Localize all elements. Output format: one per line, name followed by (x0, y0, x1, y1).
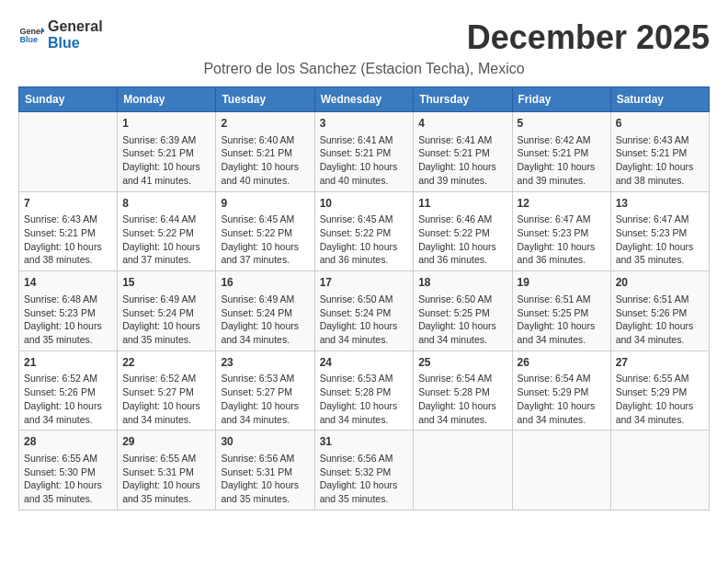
calendar-week-row: 28Sunrise: 6:55 AMSunset: 5:30 PMDayligh… (19, 431, 710, 511)
calendar-empty-cell (512, 431, 610, 511)
day-info: Sunset: 5:30 PM (24, 465, 112, 479)
weekday-header-tuesday: Tuesday (216, 87, 314, 112)
weekday-header-friday: Friday (512, 87, 610, 112)
day-info: Sunset: 5:27 PM (122, 385, 210, 399)
day-number: 24 (320, 355, 409, 371)
day-info: Sunrise: 6:46 AM (418, 213, 506, 226)
day-info: Sunset: 5:21 PM (24, 226, 112, 240)
calendar-day-22: 22Sunrise: 6:52 AMSunset: 5:27 PMDayligh… (118, 350, 216, 431)
day-info: Daylight: 10 hours and 35 minutes. (320, 478, 409, 505)
day-info: Sunset: 5:28 PM (320, 385, 409, 399)
day-number: 28 (24, 434, 112, 450)
day-info: Sunrise: 6:52 AM (122, 372, 210, 385)
weekday-header-row: SundayMondayTuesdayWednesdayThursdayFrid… (19, 87, 710, 112)
day-info: Daylight: 10 hours and 35 minutes. (122, 319, 210, 346)
day-number: 22 (122, 355, 210, 371)
day-number: 3 (320, 116, 409, 132)
calendar-day-21: 21Sunrise: 6:52 AMSunset: 5:26 PMDayligh… (19, 350, 118, 431)
calendar-day-18: 18Sunrise: 6:50 AMSunset: 5:25 PMDayligh… (414, 271, 512, 351)
calendar-week-row: 14Sunrise: 6:48 AMSunset: 5:23 PMDayligh… (19, 271, 710, 351)
day-info: Daylight: 10 hours and 34 minutes. (418, 399, 506, 426)
day-info: Sunset: 5:23 PM (24, 306, 112, 320)
calendar-week-row: 1Sunrise: 6:39 AMSunset: 5:21 PMDaylight… (19, 112, 710, 192)
day-info: Sunrise: 6:49 AM (122, 293, 210, 306)
day-info: Sunrise: 6:45 AM (320, 213, 409, 226)
day-info: Daylight: 10 hours and 35 minutes. (221, 478, 309, 505)
day-number: 6 (616, 116, 704, 132)
day-info: Sunset: 5:27 PM (221, 385, 309, 399)
day-number: 25 (418, 355, 506, 371)
day-info: Daylight: 10 hours and 34 minutes. (616, 399, 704, 426)
calendar-week-row: 7Sunrise: 6:43 AMSunset: 5:21 PMDaylight… (19, 191, 710, 271)
weekday-header-thursday: Thursday (414, 87, 512, 112)
day-info: Sunrise: 6:55 AM (122, 452, 210, 465)
calendar-day-29: 29Sunrise: 6:55 AMSunset: 5:31 PMDayligh… (118, 431, 216, 511)
day-info: Daylight: 10 hours and 34 minutes. (221, 399, 309, 426)
calendar-day-1: 1Sunrise: 6:39 AMSunset: 5:21 PMDaylight… (118, 112, 216, 192)
day-info: Daylight: 10 hours and 37 minutes. (221, 240, 309, 267)
calendar-day-9: 9Sunrise: 6:45 AMSunset: 5:22 PMDaylight… (216, 191, 314, 271)
calendar-day-23: 23Sunrise: 6:53 AMSunset: 5:27 PMDayligh… (216, 350, 314, 431)
day-info: Sunset: 5:28 PM (418, 385, 506, 399)
day-info: Daylight: 10 hours and 41 minutes. (122, 160, 210, 187)
day-info: Sunset: 5:23 PM (518, 226, 606, 240)
day-number: 15 (122, 275, 210, 291)
day-info: Sunrise: 6:55 AM (24, 452, 112, 465)
day-info: Sunrise: 6:51 AM (616, 293, 704, 306)
day-info: Sunrise: 6:50 AM (320, 293, 409, 306)
day-number: 1 (122, 116, 210, 132)
subtitle: Potrero de los Sanchez (Estacion Techa),… (18, 61, 710, 77)
day-info: Sunset: 5:21 PM (221, 146, 309, 160)
day-info: Daylight: 10 hours and 36 minutes. (320, 240, 409, 267)
day-info: Daylight: 10 hours and 37 minutes. (122, 240, 210, 267)
day-number: 2 (221, 116, 309, 132)
day-info: Daylight: 10 hours and 36 minutes. (518, 240, 606, 267)
day-info: Daylight: 10 hours and 38 minutes. (24, 240, 112, 267)
day-info: Sunrise: 6:48 AM (24, 293, 112, 306)
day-info: Sunrise: 6:53 AM (221, 372, 309, 385)
day-info: Daylight: 10 hours and 34 minutes. (221, 319, 309, 346)
day-info: Daylight: 10 hours and 35 minutes. (616, 240, 704, 267)
day-info: Sunset: 5:21 PM (616, 146, 704, 160)
day-info: Sunset: 5:23 PM (616, 226, 704, 240)
day-info: Sunset: 5:22 PM (418, 226, 506, 240)
day-info: Sunrise: 6:54 AM (518, 372, 606, 385)
calendar-day-2: 2Sunrise: 6:40 AMSunset: 5:21 PMDaylight… (216, 112, 314, 192)
day-info: Sunrise: 6:43 AM (24, 213, 112, 226)
day-info: Sunset: 5:24 PM (320, 306, 409, 320)
day-info: Sunrise: 6:52 AM (24, 372, 112, 385)
day-info: Sunrise: 6:40 AM (221, 133, 309, 147)
calendar-day-6: 6Sunrise: 6:43 AMSunset: 5:21 PMDaylight… (610, 112, 709, 192)
calendar-day-5: 5Sunrise: 6:42 AMSunset: 5:21 PMDaylight… (512, 112, 610, 192)
calendar-day-4: 4Sunrise: 6:41 AMSunset: 5:21 PMDaylight… (414, 112, 512, 192)
svg-text:General: General (19, 26, 44, 35)
day-info: Sunset: 5:32 PM (320, 465, 409, 479)
calendar-day-30: 30Sunrise: 6:56 AMSunset: 5:31 PMDayligh… (216, 431, 314, 511)
day-info: Sunrise: 6:49 AM (221, 293, 309, 306)
day-number: 11 (418, 196, 506, 212)
day-info: Sunset: 5:26 PM (616, 306, 704, 320)
day-info: Daylight: 10 hours and 34 minutes. (24, 399, 112, 426)
svg-text:Blue: Blue (19, 35, 38, 44)
day-info: Sunset: 5:22 PM (122, 226, 210, 240)
day-info: Sunrise: 6:55 AM (616, 372, 704, 385)
day-info: Sunrise: 6:39 AM (122, 133, 210, 147)
calendar-empty-cell (610, 431, 709, 511)
day-info: Daylight: 10 hours and 34 minutes. (518, 319, 606, 346)
day-info: Sunrise: 6:47 AM (518, 213, 606, 226)
logo-icon: General Blue (18, 22, 44, 48)
calendar-week-row: 21Sunrise: 6:52 AMSunset: 5:26 PMDayligh… (19, 350, 710, 431)
day-info: Sunrise: 6:50 AM (418, 293, 506, 306)
day-info: Sunset: 5:22 PM (320, 226, 409, 240)
day-info: Sunrise: 6:54 AM (418, 372, 506, 385)
day-number: 13 (616, 196, 704, 212)
calendar-empty-cell (19, 112, 118, 192)
day-number: 19 (518, 275, 606, 291)
day-info: Sunset: 5:24 PM (122, 306, 210, 320)
calendar-day-13: 13Sunrise: 6:47 AMSunset: 5:23 PMDayligh… (610, 191, 709, 271)
page-header: General Blue General Blue December 2025 (18, 18, 710, 57)
day-number: 20 (616, 275, 704, 291)
day-number: 16 (221, 275, 309, 291)
day-info: Daylight: 10 hours and 38 minutes. (616, 160, 704, 187)
calendar-day-26: 26Sunrise: 6:54 AMSunset: 5:29 PMDayligh… (512, 350, 610, 431)
